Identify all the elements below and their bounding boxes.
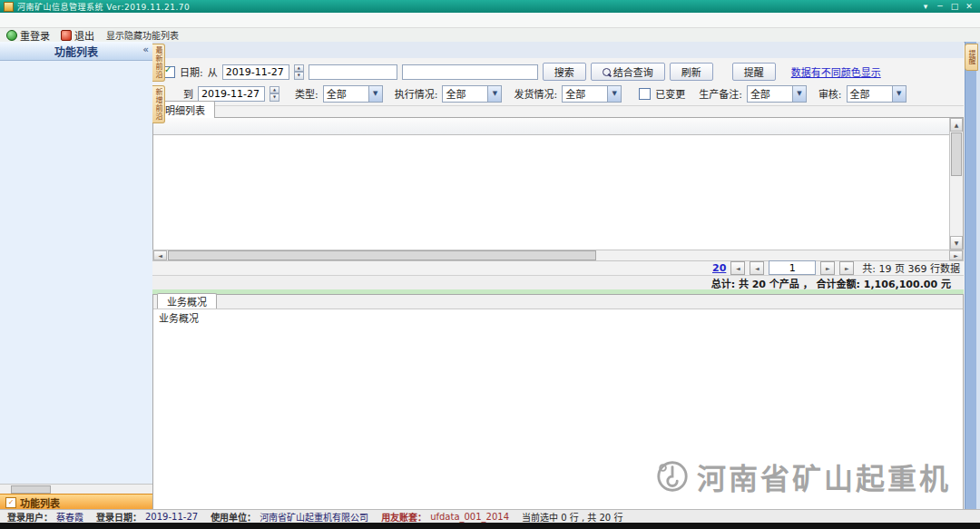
date-from-spinner[interactable]: ▲▼: [294, 64, 304, 80]
login-user-label: 登录用户：: [7, 510, 53, 524]
chevron-down-icon: [368, 86, 382, 102]
checklist-icon: ✓: [5, 497, 16, 508]
page-count-info: 共: 19 页 369 行数据: [862, 260, 960, 275]
ship-status-dropdown[interactable]: 全部: [562, 85, 622, 103]
summary-title: 业务概况: [153, 309, 963, 323]
selection-info: 当前选中 0 行 , 共 20 行: [522, 510, 622, 524]
window-titlebar: 河南矿山信息管理系统 Ver:2019.11.21.70 ▾ ─ □ ✕: [0, 0, 980, 13]
type-label: 类型:: [295, 86, 318, 101]
scroll-left-icon[interactable]: [153, 250, 167, 260]
window-frame-edge: [976, 42, 980, 510]
dropdown-arrow-icon[interactable]: ▾: [918, 2, 933, 11]
sidebar-collapse-button[interactable]: «: [142, 44, 149, 55]
chevron-down-icon: [487, 86, 501, 102]
date-label: 日期:: [180, 64, 203, 79]
org-label: 使用单位：: [211, 510, 256, 524]
scrollbar-thumb[interactable]: [168, 250, 596, 260]
summary-tab-row: 业务概况: [153, 295, 963, 309]
production-data-grid: [152, 117, 964, 250]
prod-note-label: 生产备注:: [699, 86, 742, 101]
next-page-button[interactable]: [820, 261, 835, 275]
application-window: 河南矿山信息管理系统 Ver:2019.11.21.70 ▾ ─ □ ✕ 重登录…: [0, 0, 980, 529]
login-date-label: 登录日期：: [96, 510, 142, 524]
function-list-sidebar: 功能列表 « ✓ 功能列表: [0, 42, 153, 510]
exec-status-label: 执行情况:: [395, 86, 438, 101]
scrollbar-thumb[interactable]: [951, 132, 962, 176]
from-label: 从: [208, 64, 218, 79]
tab-business-summary[interactable]: 业务概况: [157, 293, 217, 309]
remind-side-tab[interactable]: 提醒: [965, 44, 978, 71]
close-button[interactable]: ✕: [962, 2, 976, 11]
bottom-black-strip: [0, 523, 980, 529]
sidebar-title: 功能列表: [54, 44, 98, 59]
color-hint-link[interactable]: 数据有不同颜色显示: [791, 64, 881, 79]
scroll-down-icon[interactable]: [950, 236, 963, 250]
prod-note-dropdown[interactable]: 全部: [747, 85, 807, 103]
company-watermark: 河南省矿山起重机: [655, 456, 951, 497]
last-page-button[interactable]: [839, 261, 854, 275]
function-tree: [0, 61, 152, 484]
toolbar: 重登录 退出 显示隐藏功能列表: [0, 28, 980, 43]
exit-icon: [61, 30, 72, 41]
grid-vertical-scrollbar[interactable]: [949, 118, 963, 250]
dock-button-label: 功能列表: [20, 495, 60, 510]
ship-status-label: 发货情况:: [514, 86, 557, 101]
menu-bar: [0, 13, 980, 28]
page-number-input[interactable]: [769, 260, 816, 275]
combined-query-button[interactable]: 结合查询: [591, 63, 665, 81]
chevron-down-icon: [892, 86, 906, 102]
chevron-down-icon: [607, 86, 621, 102]
magnifier-icon: [603, 68, 611, 76]
remind-button[interactable]: 提醒: [732, 63, 776, 81]
page-size-link[interactable]: 20: [712, 262, 726, 274]
account-label: 用友账套：: [381, 510, 426, 524]
type-dropdown[interactable]: 全部: [323, 85, 383, 103]
toggle-function-list-button[interactable]: 显示隐藏功能列表: [106, 28, 179, 42]
date-to-input[interactable]: [198, 86, 265, 102]
search-text-input-2[interactable]: [402, 64, 538, 80]
search-button[interactable]: 搜索: [543, 63, 586, 81]
side-panel-tab-2[interactable]: 新增前沿: [152, 85, 165, 123]
side-panel-tab-1[interactable]: 最新前沿: [152, 44, 165, 82]
scroll-up-icon[interactable]: [950, 118, 963, 132]
document-tab-strip: [152, 42, 964, 59]
pagination-bar: 20 共: 19 页 369 行数据: [152, 260, 964, 275]
sidebar-horizontal-scrollbar[interactable]: [0, 484, 152, 494]
changed-checkbox[interactable]: [639, 88, 651, 100]
status-bar: 登录用户： 蔡春霞 登录日期： 2019-11-27 使用单位： 河南省矿山起重…: [0, 509, 980, 523]
to-label: 到: [183, 86, 193, 101]
first-page-button[interactable]: [730, 261, 745, 275]
relogin-label: 重登录: [20, 28, 50, 43]
date-from-input[interactable]: [222, 64, 289, 80]
app-icon: [4, 2, 14, 12]
window-frame-border: [965, 42, 976, 510]
org-value: 河南省矿山起重机有限公司: [260, 510, 368, 524]
main-area: 最新前沿 新增前沿 日期: 从 ▲▼ 搜索 结合查询 刷新 提醒 数据有不同颜色…: [152, 42, 964, 510]
exec-status-dropdown[interactable]: 全部: [442, 85, 502, 103]
watermark-text: 河南省矿山起重机: [697, 456, 951, 497]
audit-dropdown[interactable]: 全部: [847, 85, 906, 103]
chevron-down-icon: [792, 86, 806, 102]
window-title: 河南矿山信息管理系统 Ver:2019.11.21.70: [17, 1, 918, 13]
exit-button[interactable]: 退出: [58, 28, 97, 43]
filter-panel: 日期: 从 ▲▼ 搜索 结合查询 刷新 提醒 数据有不同颜色显示 到 ▲▼ 类: [152, 58, 964, 106]
changed-label: 已变更: [655, 86, 685, 101]
exit-label: 退出: [74, 28, 94, 43]
date-to-spinner[interactable]: ▲▼: [270, 86, 279, 102]
audit-label: 审核:: [818, 86, 842, 101]
relogin-button[interactable]: 重登录: [4, 28, 53, 43]
maximize-button[interactable]: □: [947, 2, 962, 11]
function-list-dock-button[interactable]: ✓ 功能列表: [0, 494, 152, 510]
prev-page-button[interactable]: [750, 261, 764, 275]
totals-text: 总计: 共 20 个产品 ， 合计金额: 1,106,100.00 元: [711, 276, 951, 290]
refresh-button[interactable]: 刷新: [670, 63, 713, 81]
login-user-value: 蔡春霞: [56, 510, 83, 524]
search-text-input-1[interactable]: [309, 64, 397, 80]
sidebar-header: 功能列表 «: [0, 42, 152, 61]
minimize-button[interactable]: ─: [933, 2, 947, 11]
crane-logo-icon: [655, 459, 690, 494]
account-value: ufdata_001_2014: [430, 512, 509, 522]
login-date-value: 2019-11-27: [145, 512, 198, 522]
relogin-icon: [6, 30, 17, 41]
scroll-right-icon[interactable]: [949, 250, 963, 260]
